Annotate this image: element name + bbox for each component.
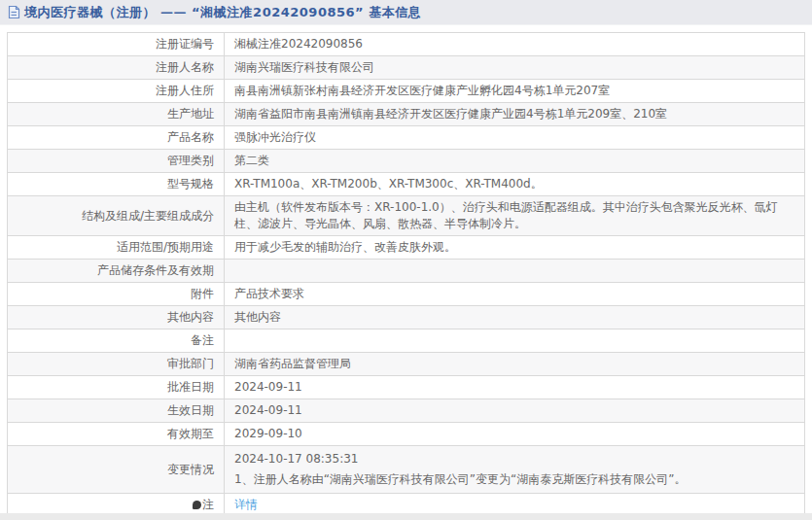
table-row: 注册人住所南县南洲镇新张村南县经济开发区医疗健康产业孵化园4号栋1单元207室: [8, 80, 805, 103]
row-value: 第二类: [225, 150, 805, 173]
table-row: 其他内容其他内容: [8, 306, 805, 329]
registration-info-panel: 注册证编号湘械注准20242090856注册人名称湖南兴瑞医疗科技有限公司注册人…: [7, 32, 805, 517]
row-label: 管理类别: [8, 150, 225, 173]
row-label: 批准日期: [8, 376, 225, 399]
row-label: 审批部门: [8, 353, 225, 376]
value-line: 1、注册人名称由“湖南兴瑞医疗科技有限公司”变更为“湖南泰克斯医疗科技有限公司”…: [234, 469, 794, 490]
row-value: [225, 260, 805, 283]
row-value: XR-TM100a、XR-TM200b、XR-TM300c、XR-TM400d。: [225, 173, 805, 196]
table-row: 有效期至2029-09-10: [8, 423, 805, 446]
row-value: 湘械注准20242090856: [225, 33, 805, 56]
table-row: 生产地址湖南省益阳市南县南洲镇南县经济开发区医疗健康产业园4号栋1单元209室、…: [8, 103, 805, 126]
table-row: 产品储存条件及有效期: [8, 260, 805, 283]
registration-table: 注册证编号湘械注准20242090856注册人名称湖南兴瑞医疗科技有限公司注册人…: [7, 32, 805, 517]
row-label: 附件: [8, 283, 225, 306]
row-value: 产品技术要求: [225, 283, 805, 306]
table-row: 审批部门湖南省药品监督管理局: [8, 353, 805, 376]
row-label: 型号规格: [8, 173, 225, 196]
table-row: 结构及组成/主要组成成分由主机（软件发布版本号：XR-100-1.0）、治疗头和…: [8, 196, 805, 236]
table-row: 注册证编号湘械注准20242090856: [8, 33, 805, 56]
row-value: 2024-10-17 08:35:311、注册人名称由“湖南兴瑞医疗科技有限公司…: [225, 446, 805, 494]
table-row: 批准日期2024-09-11: [8, 376, 805, 399]
row-label: 生产地址: [8, 103, 225, 126]
row-value: 由主机（软件发布版本号：XR-100-1.0）、治疗头和电源适配器组成。其中治疗…: [225, 196, 805, 236]
registration-table-body: 注册证编号湘械注准20242090856注册人名称湖南兴瑞医疗科技有限公司注册人…: [8, 33, 805, 517]
row-value: 南县南洲镇新张村南县经济开发区医疗健康产业孵化园4号栋1单元207室: [225, 80, 805, 103]
document-icon: [8, 5, 20, 19]
row-label: 注册人住所: [8, 80, 225, 103]
row-label: 注册人名称: [8, 56, 225, 80]
table-row: 型号规格XR-TM100a、XR-TM200b、XR-TM300c、XR-TM4…: [8, 173, 805, 196]
row-label: 备注: [8, 329, 225, 353]
value-line: 2024-10-17 08:35:31: [234, 449, 794, 469]
table-row: 备注: [8, 329, 805, 353]
row-value: 2024-09-11: [225, 376, 805, 399]
row-label: 适用范围/预期用途: [8, 236, 225, 260]
row-value: 湖南兴瑞医疗科技有限公司: [225, 56, 805, 80]
row-label: 结构及组成/主要组成成分: [8, 196, 225, 236]
row-value: 湖南省益阳市南县南洲镇南县经济开发区医疗健康产业园4号栋1单元209室、210室: [225, 103, 805, 126]
table-row: 产品名称强脉冲光治疗仪: [8, 126, 805, 150]
table-row: 变更情况2024-10-17 08:35:311、注册人名称由“湖南兴瑞医疗科技…: [8, 446, 805, 494]
row-label: 其他内容: [8, 306, 225, 329]
row-label: 有效期至: [8, 423, 225, 446]
page-title: 境内医疗器械（注册） —— “湘械注准20242090856” 基本信息: [24, 4, 421, 21]
row-value: [225, 329, 805, 353]
table-row: 注册人名称湖南兴瑞医疗科技有限公司: [8, 56, 805, 80]
page-footer-strip: [0, 513, 812, 520]
table-row: 适用范围/预期用途用于减少毛发的辅助治疗、改善皮肤外观。: [8, 236, 805, 260]
table-row: 生效日期2024-09-11: [8, 399, 805, 423]
row-label: 产品名称: [8, 126, 225, 150]
row-value: 用于减少毛发的辅助治疗、改善皮肤外观。: [225, 236, 805, 260]
row-value: 其他内容: [225, 306, 805, 329]
detail-link[interactable]: 详情: [234, 498, 258, 511]
row-value: 2024-09-11: [225, 399, 805, 423]
table-row: 附件产品技术要求: [8, 283, 805, 306]
row-label: 生效日期: [8, 399, 225, 423]
row-label: 注册证编号: [8, 33, 225, 56]
row-value: 2029-09-10: [225, 423, 805, 446]
table-row: 管理类别第二类: [8, 150, 805, 173]
row-value: 湖南省药品监督管理局: [225, 353, 805, 376]
comment-dot-icon: [193, 501, 201, 509]
row-label: 变更情况: [8, 446, 225, 494]
row-value: 强脉冲光治疗仪: [225, 126, 805, 150]
row-label: 产品储存条件及有效期: [8, 260, 225, 283]
page-header: 境内医疗器械（注册） —— “湘械注准20242090856” 基本信息: [0, 0, 812, 25]
